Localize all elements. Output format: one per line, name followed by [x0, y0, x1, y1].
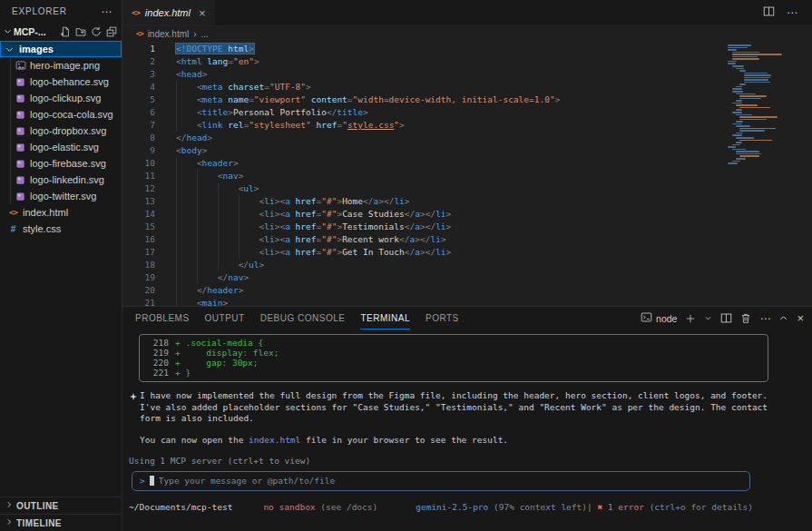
editor-more-icon[interactable]: ⋯: [787, 6, 797, 19]
file-item-index.html[interactable]: <>index.html: [0, 204, 122, 221]
chevron-down-icon[interactable]: [704, 314, 712, 322]
tab-label: index.html: [145, 7, 191, 18]
chevron-up-icon[interactable]: [778, 313, 788, 323]
code-lines: 1<!DOCTYPE html>2<html lang="en">3<head>…: [122, 43, 721, 306]
line-number: 5: [122, 93, 155, 106]
cwd-path: ~/Documents/mcp-test: [129, 502, 232, 512]
diff-line: 218+ .social-media {: [140, 338, 768, 348]
line-number: 7: [122, 119, 155, 132]
file-item-hero-image.png[interactable]: hero-image.png: [0, 57, 122, 74]
pane-timeline[interactable]: TIMELINE: [0, 514, 122, 531]
collapse-all-icon[interactable]: [106, 26, 117, 37]
diff-line: 220+ gap: 30px;: [140, 358, 768, 368]
file-item-logo-behance.svg[interactable]: logo-behance.svg: [0, 74, 122, 90]
code-line[interactable]: 19</nav>: [122, 271, 721, 284]
diff-code: + display: flex;: [169, 348, 279, 358]
diff-line-number: 218: [140, 338, 169, 348]
panel-tab-debug-console[interactable]: DEBUG CONSOLE: [260, 307, 346, 329]
code-line[interactable]: 8</head>: [122, 132, 721, 144]
code-line[interactable]: 11<nav>: [122, 170, 721, 182]
chevron-right-icon: [5, 517, 14, 528]
split-editor-icon[interactable]: [763, 5, 775, 21]
code-line[interactable]: 17<li><a href="#">Get In Touch</a></li>: [122, 246, 721, 259]
refresh-icon[interactable]: [91, 26, 102, 37]
message-line: form is also included.: [140, 413, 812, 425]
code-line[interactable]: 18</ul>: [122, 259, 721, 271]
breadcrumb[interactable]: <> index.html › ...: [122, 26, 812, 42]
new-folder-icon[interactable]: [75, 26, 86, 37]
file-label: index.html: [23, 207, 68, 218]
file-item-logo-dropbox.svg[interactable]: logo-dropbox.svg: [0, 123, 122, 139]
error-badge: ✖ 1 error: [597, 502, 643, 512]
html-icon: <>: [7, 208, 19, 217]
gemini-status-bar: ~/Documents/mcp-test no sandbox (see /do…: [129, 502, 812, 512]
code-line[interactable]: 16<li><a href="#">Recent work</a></li>: [122, 233, 721, 246]
line-number: 10: [122, 157, 155, 170]
code-line[interactable]: 6<title>Personal Portfolio</title>: [122, 106, 721, 119]
split-terminal-icon[interactable]: [720, 312, 732, 324]
workspace-section-row[interactable]: MCP-...: [0, 23, 122, 41]
model-name: gemini-2.5-pro: [416, 502, 488, 512]
diff-line-number: 221: [140, 368, 169, 378]
code-line[interactable]: 13<li><a href="#">Home</a></li>: [122, 195, 721, 208]
workspace-name: MCP-...: [14, 26, 46, 37]
code-line[interactable]: 15<li><a href="#">Testimonials</a></li>: [122, 221, 721, 233]
file-item-logo-clickup.svg[interactable]: logo-clickup.svg: [0, 90, 122, 106]
minimap[interactable]: [728, 44, 804, 253]
new-terminal-icon[interactable]: [685, 313, 696, 324]
explorer-more-icon[interactable]: ⋯: [101, 5, 113, 18]
mcp-server-line: Using 1 MCP server (ctrl+t to view): [129, 456, 812, 466]
explorer-actions: [60, 26, 117, 37]
file-item-logo-firebase.svg[interactable]: logo-firebase.svg: [0, 155, 122, 172]
shell-selector[interactable]: node: [641, 311, 677, 325]
file-tree: imageshero-image.pnglogo-behance.svglogo…: [0, 41, 122, 237]
pane-outline[interactable]: OUTLINE: [0, 497, 122, 514]
code-line[interactable]: 14<li><a href="#">Case Studies</a></li>: [122, 208, 721, 221]
breadcrumb-file[interactable]: index.html: [148, 29, 190, 39]
file-item-logo-twitter.svg[interactable]: logo-twitter.svg: [0, 188, 122, 204]
panel-tab-ports[interactable]: PORTS: [426, 307, 459, 329]
panel-more-icon[interactable]: ⋯: [759, 312, 770, 325]
code-line[interactable]: 4<meta charset="UTF-8">: [122, 81, 721, 93]
code-line[interactable]: 12<ul>: [122, 182, 721, 195]
code-line[interactable]: 10<header>: [122, 157, 721, 170]
panel-tab-terminal[interactable]: TERMINAL: [360, 307, 410, 329]
file-item-logo-linkedin.svg[interactable]: logo-linkedin.svg: [0, 172, 122, 188]
tab-index-html[interactable]: <> index.html ×: [122, 0, 215, 25]
indent-guide: [10, 57, 11, 204]
panel-close-icon[interactable]: ×: [797, 311, 804, 325]
code-line[interactable]: 9<body>: [122, 144, 721, 157]
image-icon: [15, 60, 26, 71]
file-item-logo-elastic.svg[interactable]: logo-elastic.svg: [0, 139, 122, 155]
file-label: hero-image.png: [30, 60, 100, 71]
code-line[interactable]: 1<!DOCTYPE html>: [122, 43, 721, 55]
panel-tab-output[interactable]: OUTPUT: [205, 307, 245, 329]
sidebar-bottom-panes: OUTLINETIMELINE: [0, 497, 122, 531]
file-label: logo-twitter.svg: [30, 191, 96, 202]
file-item-logo-coca-cola.svg[interactable]: logo-coca-cola.svg: [0, 106, 122, 123]
code-line[interactable]: 5<meta name="viewport" content="width=de…: [122, 93, 721, 106]
close-icon[interactable]: ×: [199, 7, 206, 19]
line-number: 21: [122, 297, 155, 306]
main-column: <> index.html × ⋯ <> index.html › ... 1<…: [122, 0, 812, 531]
code-line[interactable]: 3<head>: [122, 68, 721, 81]
svg-icon: [15, 93, 26, 103]
breadcrumb-tail[interactable]: ...: [201, 29, 209, 39]
line-number: 1: [122, 43, 155, 55]
diff-line: 219+ display: flex;: [140, 348, 768, 358]
folder-item-images[interactable]: images: [0, 41, 122, 57]
file-item-style.css[interactable]: #style.css: [0, 221, 122, 237]
terminal-input[interactable]: > Type your message or @path/to/file: [132, 471, 750, 491]
diff-output-box: 218+ .social-media {219+ display: flex;2…: [139, 334, 768, 382]
trash-icon[interactable]: [740, 312, 751, 324]
code-line[interactable]: 2<html lang="en">: [122, 55, 721, 68]
panel-tab-problems[interactable]: PROBLEMS: [135, 307, 190, 329]
code-line[interactable]: 21<main>: [122, 297, 721, 306]
terminal-content[interactable]: 218+ .social-media {219+ display: flex;2…: [122, 329, 812, 531]
svg-icon: [15, 159, 26, 169]
code-line[interactable]: 20</header>: [122, 284, 721, 297]
code-line[interactable]: 7<link rel="stylesheet" href="style.css"…: [122, 119, 721, 132]
explorer-sidebar: EXPLORER ⋯ MCP-... imageshero-image.pngl…: [0, 0, 122, 531]
code-editor[interactable]: 1<!DOCTYPE html>2<html lang="en">3<head>…: [122, 42, 812, 306]
new-file-icon[interactable]: [60, 26, 71, 37]
